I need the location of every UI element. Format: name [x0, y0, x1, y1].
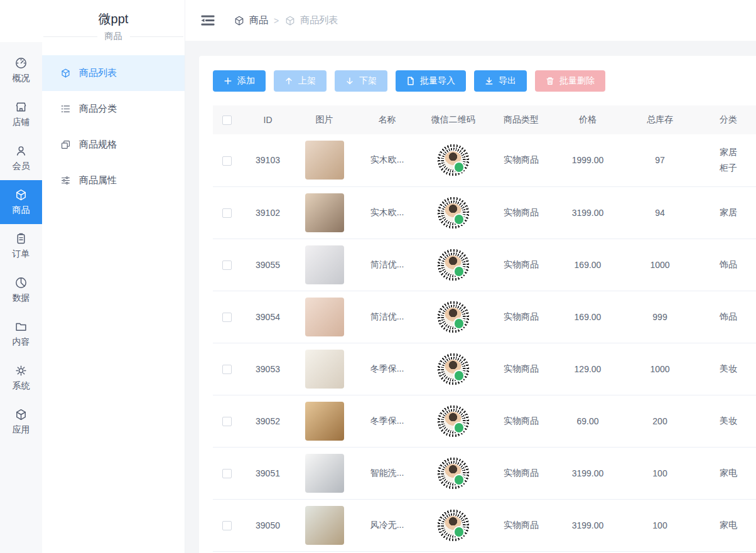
arrow-down-icon — [345, 77, 354, 85]
product-image[interactable] — [305, 350, 344, 389]
select-all-checkbox[interactable] — [222, 115, 232, 125]
product-stock: 100 — [619, 499, 701, 551]
product-category: 家居 — [701, 186, 756, 239]
submenu-item-label: 商品列表 — [79, 67, 117, 79]
breadcrumb: 商品 > 商品列表 — [234, 14, 338, 26]
icon-rail: 概况 店铺 会员 商品 订单 数据 — [0, 0, 42, 553]
product-row: 39050 风冷无... 实物商品 3199.00 100 家电 — [213, 499, 756, 551]
member-icon — [14, 144, 28, 158]
wechat-miniprogram-qrcode-icon[interactable] — [436, 248, 470, 282]
product-row: 39054 简洁优... 实物商品 169.00 999 饰品 — [213, 291, 756, 343]
product-image[interactable] — [305, 141, 344, 180]
submenu-list: 商品列表 商品分类 商品规格 商品属性 — [42, 55, 185, 198]
product-category: 家电 — [701, 447, 756, 499]
product-image[interactable] — [305, 245, 344, 284]
product-price: 3199.00 — [556, 499, 619, 551]
row-checkbox[interactable] — [222, 313, 232, 322]
batch-import-button[interactable]: 批量导入 — [396, 70, 466, 92]
submenu-item-label: 商品属性 — [79, 174, 117, 186]
submenu-item-label: 商品规格 — [79, 139, 117, 151]
rail-item-label: 概况 — [13, 73, 30, 84]
product-row: 39052 冬季保... 实物商品 69.00 200 美妆 — [213, 395, 756, 447]
button-label: 导出 — [499, 75, 516, 87]
rail-item-system[interactable]: 系统 — [0, 356, 42, 400]
toolbar: 添加 上架 下架 批量导入 — [213, 70, 756, 92]
product-image[interactable] — [305, 298, 344, 336]
product-row: 39051 智能洗... 实物商品 3199.00 100 家电 — [213, 447, 756, 499]
product-id: 39102 — [241, 186, 294, 239]
product-name: 简洁优... — [354, 291, 420, 343]
row-checkbox[interactable] — [222, 469, 232, 478]
product-id: 39103 — [241, 134, 294, 186]
rail-item-content[interactable]: 内容 — [0, 312, 42, 356]
rail-item-apps[interactable]: 应用 — [0, 400, 42, 444]
table-header-row: ID 图片 名称 微信二维码 商品类型 价格 总库存 分类 — [213, 105, 756, 134]
product-name: 风冷无... — [354, 499, 420, 551]
batch-delete-button[interactable]: 批量删除 — [535, 70, 605, 92]
product-type: 实物商品 — [486, 499, 556, 551]
product-image[interactable] — [305, 193, 344, 232]
brand-title: 微ppt — [42, 0, 185, 30]
breadcrumb-label: 商品 — [249, 14, 268, 26]
product-id: 39051 — [241, 447, 294, 499]
plus-icon — [224, 77, 232, 85]
product-row: 39055 简洁优... 实物商品 169.00 1000 饰品 — [213, 239, 756, 291]
cube-icon — [234, 15, 245, 26]
row-checkbox[interactable] — [222, 365, 232, 374]
rail-item-label: 应用 — [13, 424, 30, 436]
export-button[interactable]: 导出 — [474, 70, 527, 92]
breadcrumb-separator: > — [274, 16, 279, 26]
sidebar-collapse-button[interactable] — [201, 15, 215, 26]
submenu-item-product-attr[interactable]: 商品属性 — [42, 163, 185, 198]
rail-item-shop[interactable]: 店铺 — [0, 92, 42, 136]
rail-item-overview[interactable]: 概况 — [0, 48, 42, 92]
cube-icon — [60, 68, 71, 78]
order-icon — [14, 232, 28, 245]
download-icon — [485, 77, 494, 85]
wechat-miniprogram-qrcode-icon[interactable] — [436, 404, 470, 438]
rail-item-product[interactable]: 商品 — [0, 180, 42, 224]
wechat-miniprogram-qrcode-icon[interactable] — [436, 143, 470, 177]
product-type: 实物商品 — [486, 186, 556, 239]
submenu-item-product-category[interactable]: 商品分类 — [42, 91, 185, 127]
take-off-shelf-button[interactable]: 下架 — [335, 70, 387, 92]
wechat-miniprogram-qrcode-icon[interactable] — [436, 196, 470, 230]
rail-item-order[interactable]: 订单 — [0, 224, 42, 268]
submenu-panel: 微ppt 商品 商品列表 商品分类 商品规格 商品属性 — [42, 0, 185, 553]
product-list-card: 添加 上架 下架 批量导入 — [199, 56, 756, 553]
breadcrumb-item-product[interactable]: 商品 — [234, 14, 268, 26]
rail-item-label: 店铺 — [13, 117, 30, 128]
module-subtitle-label: 商品 — [105, 31, 122, 42]
wechat-miniprogram-qrcode-icon[interactable] — [436, 352, 470, 386]
wechat-miniprogram-qrcode-icon[interactable] — [436, 508, 470, 542]
shop-icon — [14, 100, 28, 114]
product-type: 实物商品 — [486, 239, 556, 291]
wechat-miniprogram-qrcode-icon[interactable] — [436, 300, 470, 334]
submenu-item-product-spec[interactable]: 商品规格 — [42, 127, 185, 163]
product-row: 39053 冬季保... 实物商品 129.00 1000 美妆 — [213, 343, 756, 395]
rail-item-data[interactable]: 数据 — [0, 268, 42, 312]
product-name: 实木欧... — [354, 134, 420, 186]
product-image[interactable] — [305, 506, 344, 545]
add-button[interactable]: 添加 — [213, 70, 266, 92]
product-image[interactable] — [305, 402, 344, 441]
wechat-miniprogram-qrcode-icon[interactable] — [436, 456, 470, 490]
rail-item-member[interactable]: 会员 — [0, 136, 42, 180]
row-checkbox[interactable] — [222, 417, 232, 426]
breadcrumb-item-product-list[interactable]: 商品列表 — [284, 14, 338, 26]
row-checkbox[interactable] — [222, 260, 232, 270]
product-stock: 100 — [619, 447, 701, 499]
product-type: 实物商品 — [486, 395, 556, 447]
put-on-shelf-button[interactable]: 上架 — [274, 70, 327, 92]
row-checkbox[interactable] — [222, 521, 232, 530]
button-label: 下架 — [359, 75, 377, 87]
col-header-type: 商品类型 — [486, 105, 556, 134]
product-stock: 94 — [619, 186, 701, 239]
product-stock: 200 — [619, 395, 701, 447]
row-checkbox[interactable] — [222, 208, 232, 218]
button-label: 上架 — [298, 75, 316, 87]
row-checkbox[interactable] — [222, 156, 232, 166]
submenu-item-product-list[interactable]: 商品列表 — [42, 55, 185, 91]
product-id: 39053 — [241, 343, 294, 395]
product-image[interactable] — [305, 454, 344, 493]
